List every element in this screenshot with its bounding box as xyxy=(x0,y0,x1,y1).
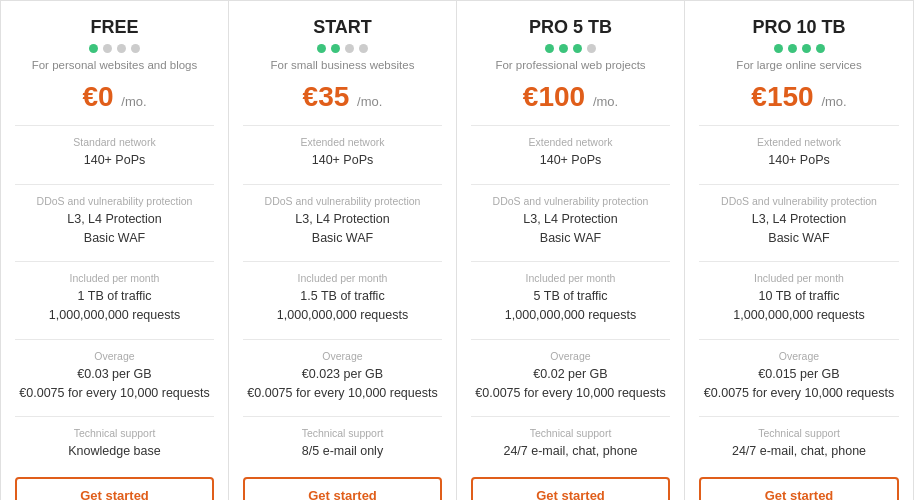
plan-name: START xyxy=(313,17,372,38)
plan-description: For large online services xyxy=(736,59,861,71)
support-label: Technical support xyxy=(243,427,442,439)
network-value: 140+ PoPs xyxy=(243,151,442,170)
section-divider xyxy=(699,416,899,417)
support-label: Technical support xyxy=(471,427,670,439)
support-value: 8/5 e-mail only xyxy=(243,442,442,461)
section-divider xyxy=(243,125,442,126)
plan-col-start: STARTFor small business websites€35 /mo.… xyxy=(229,1,457,500)
network-value: 140+ PoPs xyxy=(471,151,670,170)
included-value: 10 TB of traffic1,000,000,000 requests xyxy=(699,287,899,325)
protection-label: DDoS and vulnerability protection xyxy=(15,195,214,207)
network-section: Extended network 140+ PoPs xyxy=(471,136,670,172)
dot-filled xyxy=(331,44,340,53)
section-divider xyxy=(243,416,442,417)
section-divider xyxy=(471,125,670,126)
protection-label: DDoS and vulnerability protection xyxy=(471,195,670,207)
plan-price: €100 /mo. xyxy=(523,81,618,113)
dot-filled xyxy=(545,44,554,53)
plan-dots xyxy=(774,44,825,53)
protection-value: L3, L4 ProtectionBasic WAF xyxy=(471,210,670,248)
dot-filled xyxy=(559,44,568,53)
get-started-button[interactable]: Get started xyxy=(699,477,899,500)
plan-price: €35 /mo. xyxy=(303,81,383,113)
included-section: Included per month 1.5 TB of traffic1,00… xyxy=(243,272,442,327)
dot-filled xyxy=(788,44,797,53)
plan-name: FREE xyxy=(90,17,138,38)
dot-filled xyxy=(89,44,98,53)
overage-label: Overage xyxy=(471,350,670,362)
plan-description: For professional web projects xyxy=(495,59,645,71)
included-value: 5 TB of traffic1,000,000,000 requests xyxy=(471,287,670,325)
dot-empty xyxy=(131,44,140,53)
network-label: Extended network xyxy=(471,136,670,148)
included-label: Included per month xyxy=(699,272,899,284)
network-label: Standard network xyxy=(15,136,214,148)
included-label: Included per month xyxy=(15,272,214,284)
overage-label: Overage xyxy=(699,350,899,362)
section-divider xyxy=(243,261,442,262)
section-divider xyxy=(243,339,442,340)
plan-name: PRO 5 TB xyxy=(529,17,612,38)
plan-col-free: FREEFor personal websites and blogs€0 /m… xyxy=(1,1,229,500)
protection-value: L3, L4 ProtectionBasic WAF xyxy=(243,210,442,248)
network-section: Extended network 140+ PoPs xyxy=(243,136,442,172)
support-value: 24/7 e-mail, chat, phone xyxy=(471,442,670,461)
overage-value: €0.023 per GB€0.0075 for every 10,000 re… xyxy=(243,365,442,403)
overage-label: Overage xyxy=(15,350,214,362)
protection-value: L3, L4 ProtectionBasic WAF xyxy=(699,210,899,248)
get-started-button[interactable]: Get started xyxy=(243,477,442,500)
included-section: Included per month 1 TB of traffic1,000,… xyxy=(15,272,214,327)
overage-value: €0.015 per GB€0.0075 for every 10,000 re… xyxy=(699,365,899,403)
overage-label: Overage xyxy=(243,350,442,362)
overage-section: Overage €0.03 per GB€0.0075 for every 10… xyxy=(15,350,214,405)
support-value: 24/7 e-mail, chat, phone xyxy=(699,442,899,461)
get-started-wrap: Get started xyxy=(15,465,214,500)
dot-empty xyxy=(103,44,112,53)
plan-col-pro-5-tb: PRO 5 TBFor professional web projects€10… xyxy=(457,1,685,500)
section-divider xyxy=(699,261,899,262)
support-section: Technical support 8/5 e-mail only xyxy=(243,427,442,463)
support-value: Knowledge base xyxy=(15,442,214,461)
get-started-button[interactable]: Get started xyxy=(471,477,670,500)
network-label: Extended network xyxy=(699,136,899,148)
support-label: Technical support xyxy=(15,427,214,439)
protection-section: DDoS and vulnerability protection L3, L4… xyxy=(15,195,214,250)
section-divider xyxy=(471,184,670,185)
plan-price: €0 /mo. xyxy=(82,81,146,113)
plan-name: PRO 10 TB xyxy=(752,17,845,38)
protection-label: DDoS and vulnerability protection xyxy=(699,195,899,207)
included-section: Included per month 5 TB of traffic1,000,… xyxy=(471,272,670,327)
plan-description: For personal websites and blogs xyxy=(32,59,198,71)
section-divider xyxy=(699,125,899,126)
included-label: Included per month xyxy=(471,272,670,284)
plan-dots xyxy=(89,44,140,53)
overage-value: €0.03 per GB€0.0075 for every 10,000 req… xyxy=(15,365,214,403)
network-section: Extended network 140+ PoPs xyxy=(699,136,899,172)
network-value: 140+ PoPs xyxy=(699,151,899,170)
dot-filled xyxy=(573,44,582,53)
get-started-wrap: Get started xyxy=(471,465,670,500)
included-section: Included per month 10 TB of traffic1,000… xyxy=(699,272,899,327)
network-label: Extended network xyxy=(243,136,442,148)
section-divider xyxy=(699,339,899,340)
get-started-button[interactable]: Get started xyxy=(15,477,214,500)
included-value: 1 TB of traffic1,000,000,000 requests xyxy=(15,287,214,325)
plan-description: For small business websites xyxy=(271,59,415,71)
plan-dots xyxy=(317,44,368,53)
section-divider xyxy=(15,184,214,185)
overage-value: €0.02 per GB€0.0075 for every 10,000 req… xyxy=(471,365,670,403)
protection-value: L3, L4 ProtectionBasic WAF xyxy=(15,210,214,248)
pricing-grid: FREEFor personal websites and blogs€0 /m… xyxy=(0,0,914,500)
section-divider xyxy=(15,261,214,262)
overage-section: Overage €0.015 per GB€0.0075 for every 1… xyxy=(699,350,899,405)
dot-empty xyxy=(587,44,596,53)
support-section: Technical support Knowledge base xyxy=(15,427,214,463)
protection-section: DDoS and vulnerability protection L3, L4… xyxy=(471,195,670,250)
get-started-wrap: Get started xyxy=(243,465,442,500)
dot-filled xyxy=(317,44,326,53)
plan-price: €150 /mo. xyxy=(751,81,846,113)
section-divider xyxy=(15,339,214,340)
dot-filled xyxy=(774,44,783,53)
section-divider xyxy=(471,261,670,262)
section-divider xyxy=(699,184,899,185)
